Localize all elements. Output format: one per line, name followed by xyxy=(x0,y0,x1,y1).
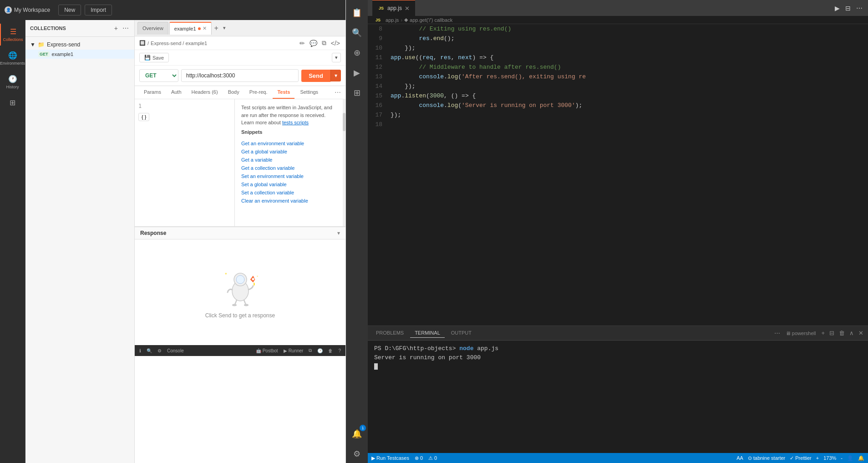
tabs-dropdown-btn[interactable]: ▾ xyxy=(221,25,228,31)
status-console[interactable]: Console xyxy=(167,348,184,353)
vscode-tab-appjs[interactable]: JS app.js ✕ xyxy=(372,0,415,16)
tab-params[interactable]: Params xyxy=(139,86,166,99)
tests-code-editor[interactable]: 1 { } xyxy=(135,99,235,226)
activity-search[interactable]: 🔍 xyxy=(348,24,366,42)
more-actions-btn[interactable]: ⋯ xyxy=(855,4,863,13)
terminal-close-btn[interactable]: ✕ xyxy=(858,329,864,337)
status-settings[interactable]: ⚙ xyxy=(157,348,162,353)
tab-example1[interactable]: example1 ✕ xyxy=(169,22,212,35)
status-prettier[interactable]: ✓ Prettier xyxy=(790,455,811,461)
status-runner[interactable]: ▶ Runner xyxy=(284,348,304,353)
comment-btn[interactable]: 💬 xyxy=(309,38,318,48)
status-warnings[interactable]: ⚠ 0 xyxy=(428,455,437,461)
activity-explorer[interactable]: 📋 xyxy=(348,4,366,22)
tab-close-btn[interactable]: ✕ xyxy=(203,25,207,31)
status-tabnine[interactable]: ⊙ tabnine starter xyxy=(748,455,785,461)
tests-scripts-link[interactable]: tests scripts xyxy=(282,120,309,125)
terminal-actions: ⋯ 🖥 powershell + ⊟ 🗑 ∧ ✕ xyxy=(773,329,864,337)
tab-tests[interactable]: Tests xyxy=(273,86,294,99)
snippet-6[interactable]: Set a global variable xyxy=(241,180,336,188)
save-dropdown-btn[interactable]: ▾ xyxy=(332,53,341,62)
prettier-icon: ✓ xyxy=(790,455,794,461)
terminal-delete-btn[interactable]: 🗑 xyxy=(838,329,846,337)
terminal-tab-output[interactable]: OUTPUT xyxy=(447,328,476,338)
req-tabs-more-btn[interactable]: ⋯ xyxy=(335,89,341,96)
collections-panel: Collections + ⋯ ▼ 📁 Express-send GET exa… xyxy=(25,20,135,463)
tab-settings[interactable]: Settings xyxy=(295,86,323,99)
edit-request-btn[interactable]: ✏ xyxy=(299,38,306,48)
run-code-btn[interactable]: ▶ xyxy=(834,4,841,13)
terminal-add-btn[interactable]: + xyxy=(820,329,826,337)
snippets-scrollbar[interactable] xyxy=(343,99,345,226)
snippet-2[interactable]: Get a global variable xyxy=(241,148,336,156)
method-select[interactable]: GET POST PUT DELETE xyxy=(139,69,178,82)
status-search[interactable]: 🔍 xyxy=(147,348,152,353)
activity-debug[interactable]: ▶ xyxy=(348,64,366,82)
snippet-5[interactable]: Set an environment variable xyxy=(241,172,336,180)
help-icon: ? xyxy=(338,348,341,353)
snippet-1[interactable]: Get an environment variable xyxy=(241,139,336,148)
terminal-maximize-btn[interactable]: ∧ xyxy=(848,329,855,337)
collection-folder[interactable]: ▼ 📁 Express-send xyxy=(25,40,134,50)
status-aa[interactable]: AA xyxy=(736,455,743,461)
snippet-8[interactable]: Clear an environment variable xyxy=(241,197,336,205)
status-help[interactable]: ? xyxy=(338,348,341,353)
sidebar-item-environments[interactable]: 🌐 Environments xyxy=(0,47,25,69)
tab-close-appjs[interactable]: ✕ xyxy=(405,5,410,12)
sidebar-item-more[interactable]: ⊞ xyxy=(0,95,25,111)
tab-prereq[interactable]: Pre-req. xyxy=(245,86,272,99)
activity-notifications[interactable]: 🔔 1 xyxy=(348,425,366,443)
breadcrumb: 🔲 / Express-send / example1 xyxy=(139,40,207,46)
collections-tree: ▼ 📁 Express-send GET example1 xyxy=(25,37,134,463)
tab-auth[interactable]: Auth xyxy=(167,86,186,99)
collection-request-item[interactable]: GET example1 xyxy=(25,50,134,59)
request-more-btn[interactable]: ⧉ xyxy=(321,38,327,48)
tab-body[interactable]: Body xyxy=(223,86,244,99)
status-zoom-minus[interactable]: - xyxy=(841,455,843,461)
snippet-3[interactable]: Get a variable xyxy=(241,156,336,164)
activity-settings[interactable]: ⚙ xyxy=(348,445,366,463)
status-time: 🕑 xyxy=(317,348,323,353)
terminal-tab-problems[interactable]: PROBLEMS xyxy=(371,328,408,338)
collections-menu-btn[interactable]: ⋯ xyxy=(122,24,130,33)
status-delete[interactable]: 🗑 xyxy=(328,348,333,353)
status-postbot[interactable]: 🤖 Postbot xyxy=(256,348,278,353)
status-zoom-plus[interactable]: + xyxy=(816,455,819,461)
status-zoom-level: 173% xyxy=(823,455,836,461)
activity-git[interactable]: ⊕ xyxy=(348,44,366,62)
status-remote[interactable]: 👤 xyxy=(847,455,853,461)
terminal-body[interactable]: PS D:\GFG\http-objects> node app.js Serv… xyxy=(368,341,868,453)
response-collapse-btn[interactable]: ▾ xyxy=(337,230,340,236)
vscode-breadcrumb: JS app.js › ◆ app.get('/') callback xyxy=(368,16,868,24)
snippet-7[interactable]: Set a collection variable xyxy=(241,188,336,197)
snippets-scrollbar-thumb[interactable] xyxy=(343,113,345,131)
terminal-split-btn[interactable]: ⊟ xyxy=(828,329,835,337)
save-btn[interactable]: 💾 Save xyxy=(139,53,169,62)
status-more-icons[interactable]: ⧉ xyxy=(309,348,312,353)
code-area[interactable]: // Exiting using res.end() res.end(); })… xyxy=(386,24,868,326)
add-tab-btn[interactable]: + xyxy=(213,24,220,32)
tab-overview[interactable]: Overview xyxy=(137,22,168,35)
new-button[interactable]: New xyxy=(58,5,81,15)
terminal-tab-terminal[interactable]: TERMINAL xyxy=(410,328,445,338)
import-button[interactable]: Import xyxy=(85,5,112,15)
terminal-more-btn[interactable]: ⋯ xyxy=(773,329,781,337)
info-icon: ℹ xyxy=(139,348,141,353)
send-dropdown-btn[interactable]: ▾ xyxy=(330,70,341,81)
tab-headers[interactable]: Headers (6) xyxy=(187,86,223,99)
add-collection-btn[interactable]: + xyxy=(113,24,119,33)
vscode-editor[interactable]: 8 9 10 11 12 13 14 15 16 17 18 // Exitin… xyxy=(368,24,868,326)
status-errors[interactable]: ⊗ 0 xyxy=(415,455,423,461)
split-editor-btn[interactable]: ⊟ xyxy=(844,4,852,13)
sidebar-item-history[interactable]: 🕐 History xyxy=(0,71,25,93)
status-run-testcases[interactable]: ▶ Run Testcases xyxy=(371,455,409,461)
code-btn[interactable]: </> xyxy=(330,38,341,48)
send-button[interactable]: Send xyxy=(301,70,330,82)
status-notifications-vsc[interactable]: 🔔 xyxy=(858,455,864,461)
activity-extensions[interactable]: ⊞ xyxy=(348,84,366,102)
code-format-btn[interactable]: { } xyxy=(138,113,149,121)
sidebar-item-collections[interactable]: ☰ Collections xyxy=(0,24,25,46)
request-sub-tabs: Params Auth Headers (6) Body Pre-req. Te… xyxy=(135,86,345,99)
url-input[interactable] xyxy=(181,69,299,82)
snippet-4[interactable]: Get a collection variable xyxy=(241,164,336,172)
